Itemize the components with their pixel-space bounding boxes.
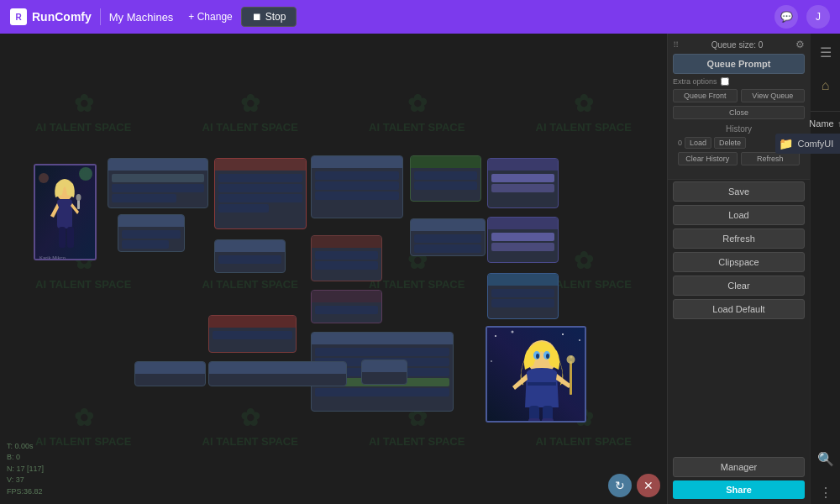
canvas-image-2 (486, 326, 586, 423)
graph-node[interactable] (108, 158, 208, 208)
logo-icon: R (10, 8, 27, 25)
search-icon-button[interactable]: 🔍 (814, 447, 837, 470)
drag-handle: ⠿ (673, 40, 679, 50)
save-button[interactable]: Save (673, 181, 805, 202)
name-header: Name ↑ (809, 118, 840, 129)
queue-header: ⠿ Queue size: 0 ⚙ (673, 39, 805, 50)
delete-history-button[interactable]: Delete (714, 137, 746, 149)
load-default-button[interactable]: Load Default (673, 299, 805, 319)
main-area: ✿AI TALENT SPACE ✿AI TALENT SPACE ✿AI TA… (0, 34, 840, 504)
status-t: T: 0.00s (7, 441, 44, 453)
extra-options-checkbox[interactable] (721, 77, 729, 86)
graph-node[interactable] (361, 360, 407, 385)
graph-node[interactable] (311, 235, 382, 281)
svg-text:Karik Mikco: Karik Mikco (39, 255, 66, 260)
queue-panel: ⠿ Queue size: 0 ⚙ Queue Prompt Extra opt… (668, 34, 810, 180)
graph-node[interactable] (214, 239, 286, 273)
graph-node[interactable] (134, 361, 206, 386)
view-queue-button[interactable]: View Queue (741, 89, 806, 102)
canvas-area[interactable]: ✿AI TALENT SPACE ✿AI TALENT SPACE ✿AI TA… (0, 34, 667, 504)
clear-button[interactable]: Clear (673, 276, 805, 296)
share-button[interactable]: Share (673, 480, 805, 499)
graph-node[interactable] (410, 218, 486, 256)
clipspace-button[interactable]: Clipspace (673, 252, 805, 272)
load-history-button[interactable]: Load (685, 137, 711, 149)
graph-node[interactable] (487, 217, 559, 263)
svg-point-12 (512, 331, 514, 333)
svg-rect-7 (59, 227, 66, 248)
header-divider (100, 8, 101, 25)
svg-rect-4 (57, 199, 72, 228)
queue-size-label: Queue size: 0 (711, 40, 764, 50)
menu-icon-button[interactable]: ☰ (814, 40, 837, 64)
svg-point-11 (495, 335, 496, 337)
extra-options-row: Extra options (673, 77, 805, 86)
gear-icon[interactable]: ⚙ (795, 39, 805, 50)
svg-point-24 (567, 355, 575, 364)
icon-panel: ☰ ⌂ Name ↑ 📁 ComfyUI 🔍 ⋮ (810, 34, 840, 504)
svg-point-6 (76, 194, 81, 201)
load-button[interactable]: Load (673, 205, 805, 225)
extra-options-label: Extra options (673, 77, 717, 86)
svg-rect-23 (570, 361, 572, 395)
svg-rect-8 (67, 227, 74, 248)
folder-label: ComfyUI (798, 139, 834, 149)
user-avatar[interactable]: J (806, 5, 830, 29)
close-queue-button[interactable]: Close (673, 106, 805, 119)
graph-node[interactable] (410, 155, 481, 202)
status-b: B: 0 (7, 452, 44, 464)
svg-point-13 (562, 333, 564, 335)
svg-rect-27 (528, 418, 540, 423)
svg-point-14 (579, 339, 580, 341)
history-num: 0 (678, 139, 682, 147)
folder-icon: 📁 (779, 137, 793, 150)
manager-button[interactable]: Manager (673, 457, 805, 477)
stop-icon: ⏹ (252, 11, 262, 23)
logo-area: R RunComfy (10, 8, 92, 25)
header-right: 💬 J (774, 5, 830, 29)
change-button[interactable]: + Change (188, 11, 232, 23)
clear-history-button[interactable]: Clear History (678, 152, 738, 165)
action-buttons: Save Load Refresh Clipspace Clear Load D… (668, 180, 810, 321)
refresh-history-button[interactable]: Refresh (741, 152, 801, 165)
graph-node[interactable] (487, 273, 559, 319)
discord-icon[interactable]: 💬 (774, 5, 798, 29)
bottom-panel-buttons: Manager Share (668, 452, 810, 504)
history-label: History (678, 124, 800, 134)
folder-item[interactable]: 📁 ComfyUI (775, 134, 841, 154)
refresh-button[interactable]: Refresh (673, 228, 805, 249)
graph-node[interactable] (311, 155, 403, 218)
svg-point-20 (536, 354, 539, 359)
svg-rect-28 (542, 418, 554, 423)
close-round-button[interactable]: ✕ (637, 474, 660, 497)
home-icon-button[interactable]: ⌂ (814, 74, 837, 97)
status-n: N: 17 [117] (7, 464, 44, 475)
canvas-image-1: Karik Mikco (34, 164, 97, 260)
status-fps: FPS:36.82 (7, 486, 44, 498)
stop-label: Stop (265, 11, 286, 23)
stop-button[interactable]: ⏹ Stop (241, 7, 297, 27)
svg-point-2 (39, 173, 49, 183)
more-icon-button[interactable]: ⋮ (814, 480, 837, 504)
svg-rect-22 (528, 382, 556, 386)
bottom-controls: ↻ ✕ (608, 474, 660, 497)
graph-node[interactable] (208, 315, 297, 353)
queue-front-button[interactable]: Queue Front (673, 89, 738, 102)
status-bar: T: 0.00s B: 0 N: 17 [117] V: 37 FPS:36.8… (7, 441, 44, 498)
svg-point-21 (546, 354, 549, 359)
name-label: Name (809, 118, 833, 129)
node-graph (0, 34, 667, 504)
name-panel: Name ↑ 📁 ComfyUI (811, 111, 840, 154)
queue-actions-row: Queue Front View Queue (673, 89, 805, 102)
queue-prompt-button[interactable]: Queue Prompt (673, 54, 805, 74)
graph-node[interactable] (214, 158, 307, 229)
svg-point-15 (491, 360, 492, 362)
graph-node[interactable] (311, 290, 382, 323)
graph-node[interactable] (208, 361, 347, 386)
graph-node[interactable] (118, 214, 185, 252)
refresh-round-button[interactable]: ↻ (608, 474, 632, 497)
right-panel: ⠿ Queue size: 0 ⚙ Queue Prompt Extra opt… (667, 34, 810, 504)
my-machines-label: My Machines (109, 11, 174, 24)
header: R RunComfy My Machines + Change ⏹ Stop 💬… (0, 0, 840, 34)
graph-node[interactable] (487, 158, 559, 208)
